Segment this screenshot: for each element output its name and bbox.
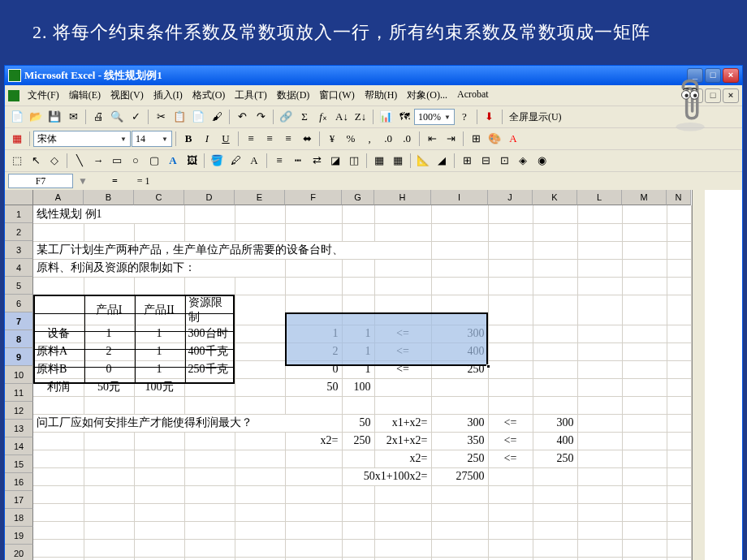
pdf-toolbar-button[interactable]: ▦ — [8, 130, 26, 148]
cell[interactable]: 400千克 — [184, 342, 235, 360]
cell[interactable] — [374, 259, 431, 277]
cell[interactable] — [667, 325, 691, 342]
line-color-button[interactable]: 🖊 — [227, 152, 244, 170]
cell[interactable] — [488, 467, 533, 485]
cell[interactable]: 1 — [342, 325, 374, 342]
cell[interactable] — [342, 277, 374, 295]
menu-item[interactable]: 窗口(W) — [314, 87, 359, 104]
cell[interactable]: 资源限制 — [184, 295, 235, 325]
open-button[interactable]: 📂 — [27, 108, 45, 126]
fill-color-button[interactable]: 🎨 — [486, 130, 503, 148]
currency-button[interactable]: ¥ — [323, 130, 341, 148]
cell[interactable] — [488, 539, 533, 557]
cell[interactable] — [577, 342, 622, 360]
col-header[interactable]: A — [33, 190, 84, 205]
email-button[interactable]: ✉ — [64, 108, 82, 126]
cell[interactable] — [577, 223, 622, 241]
cell[interactable]: 27500 — [431, 467, 488, 485]
cell[interactable] — [84, 521, 134, 539]
cell[interactable] — [374, 396, 431, 414]
cell[interactable] — [577, 396, 622, 414]
cell[interactable] — [667, 414, 691, 432]
cell[interactable] — [488, 521, 533, 539]
cell[interactable] — [235, 503, 285, 521]
cell[interactable] — [235, 432, 285, 450]
indent-dec-button[interactable]: ⇤ — [423, 130, 441, 148]
cell[interactable] — [84, 223, 134, 241]
cell[interactable] — [342, 259, 374, 277]
cell[interactable] — [488, 503, 533, 521]
cell[interactable] — [33, 295, 84, 325]
cell[interactable] — [488, 396, 533, 414]
cell[interactable] — [342, 205, 374, 223]
extra9-button[interactable]: ◉ — [533, 152, 551, 170]
save-button[interactable]: 💾 — [45, 108, 63, 126]
menu-item[interactable]: 帮助(H) — [360, 87, 403, 104]
extra4-button[interactable]: ◢ — [433, 152, 451, 170]
cell[interactable] — [342, 503, 374, 521]
font-combo[interactable]: 宋体▼ — [33, 131, 131, 147]
menu-item[interactable]: 对象(O)... — [402, 87, 452, 104]
row-header[interactable]: 16 — [5, 473, 33, 491]
cut-button[interactable]: ✂ — [152, 108, 170, 126]
cell[interactable] — [577, 241, 622, 259]
row-header[interactable]: 18 — [5, 509, 33, 527]
spell-button[interactable]: ✓ — [127, 108, 145, 126]
hyperlink-button[interactable]: 🔗 — [277, 108, 295, 126]
cell[interactable]: 1 — [134, 325, 184, 342]
cell[interactable]: <= — [488, 450, 533, 467]
row-header[interactable]: 20 — [5, 545, 33, 560]
pdf-button[interactable]: ⬇ — [481, 108, 499, 126]
cell[interactable]: 2 — [84, 342, 134, 360]
cell[interactable] — [533, 342, 577, 360]
cell[interactable] — [235, 342, 285, 360]
cell[interactable] — [285, 259, 342, 277]
cell[interactable] — [285, 503, 342, 521]
help-button[interactable]: ? — [456, 108, 473, 126]
align-right-button[interactable]: ≡ — [279, 130, 297, 148]
format-painter-button[interactable]: 🖌 — [208, 108, 226, 126]
cell[interactable] — [488, 557, 533, 560]
cell[interactable] — [488, 342, 533, 360]
cell[interactable] — [33, 467, 84, 485]
cell[interactable] — [184, 205, 235, 223]
cell[interactable] — [184, 539, 235, 557]
menu-item[interactable]: 编辑(E) — [64, 87, 106, 104]
row-header[interactable]: 8 — [5, 330, 33, 348]
formula-value[interactable]: = 1 — [134, 175, 739, 187]
cell[interactable] — [577, 539, 622, 557]
cell[interactable] — [533, 325, 577, 342]
undo-button[interactable]: ↶ — [233, 108, 251, 126]
cell[interactable] — [33, 557, 84, 560]
cell[interactable] — [488, 325, 533, 342]
row-header[interactable]: 11 — [5, 384, 33, 402]
cell[interactable]: 1 — [285, 325, 342, 342]
cell[interactable] — [667, 450, 691, 467]
cell[interactable] — [33, 450, 84, 467]
cell[interactable] — [622, 503, 667, 521]
cell[interactable] — [84, 432, 134, 450]
cell[interactable] — [33, 223, 84, 241]
cell[interactable] — [235, 295, 285, 325]
col-header[interactable]: M — [622, 190, 667, 205]
extra6-button[interactable]: ⊟ — [477, 152, 494, 170]
cell[interactable] — [285, 485, 342, 503]
cell[interactable] — [134, 557, 184, 560]
cell[interactable] — [235, 396, 285, 414]
cell[interactable] — [285, 396, 342, 414]
cell[interactable] — [134, 503, 184, 521]
cell[interactable] — [431, 277, 488, 295]
cell[interactable] — [84, 467, 134, 485]
line-button[interactable]: ╲ — [71, 152, 89, 170]
cell[interactable] — [488, 360, 533, 378]
cell[interactable] — [184, 485, 235, 503]
cell[interactable] — [342, 539, 374, 557]
cell[interactable] — [667, 396, 691, 414]
cell[interactable] — [622, 360, 667, 378]
comma-button[interactable]: , — [361, 130, 378, 148]
doc-close-button[interactable]: × — [723, 88, 739, 103]
cell[interactable] — [134, 432, 184, 450]
cell[interactable] — [577, 259, 622, 277]
menu-item[interactable]: 视图(V) — [106, 87, 149, 104]
cell[interactable]: <= — [374, 360, 431, 378]
